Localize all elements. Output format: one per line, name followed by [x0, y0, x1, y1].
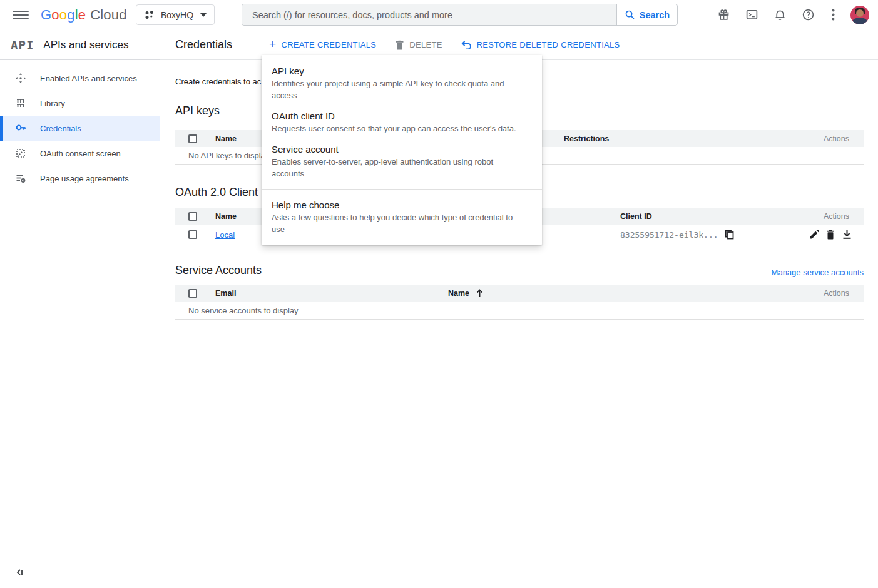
- column-header-email: Email: [215, 289, 448, 298]
- column-header-name[interactable]: Name: [448, 289, 824, 298]
- select-all-checkbox[interactable]: [188, 212, 197, 221]
- topbar-icons: [716, 0, 869, 29]
- sidebar-header: API APIs and services: [0, 30, 160, 60]
- column-header-actions: Actions: [824, 212, 864, 221]
- trash-icon: [395, 40, 404, 50]
- more-icon[interactable]: [829, 8, 837, 23]
- column-header-actions: Actions: [824, 134, 864, 143]
- sidebar-item-label: Credentials: [40, 124, 81, 133]
- logo-letter: g: [67, 7, 74, 23]
- edit-icon[interactable]: [809, 229, 820, 240]
- sidebar-item-credentials[interactable]: Credentials: [0, 116, 160, 141]
- create-credentials-label: CREATE CREDENTIALS: [281, 40, 376, 49]
- key-icon: [15, 123, 26, 134]
- client-id-value: 83255951712-eil3k...: [620, 230, 718, 240]
- menu-item-description: Identifies your project using a simple A…: [272, 78, 527, 101]
- delete-icon[interactable]: [825, 229, 836, 240]
- row-checkbox[interactable]: [188, 230, 197, 239]
- download-icon[interactable]: [841, 229, 852, 240]
- row-actions: [809, 229, 864, 240]
- project-name: BoxyHQ: [161, 10, 193, 20]
- sidebar-item-oauth-consent[interactable]: OAuth consent screen: [0, 141, 160, 166]
- api-product-icon: API: [11, 38, 34, 52]
- sidebar-title: APIs and services: [43, 39, 128, 51]
- menu-item-title: Help me choose: [272, 199, 527, 211]
- gift-icon[interactable]: [716, 8, 731, 23]
- menu-item-title: API key: [272, 65, 527, 78]
- column-header-client-id: Client ID: [620, 212, 824, 221]
- logo-cloud-text: Cloud: [90, 7, 126, 23]
- project-selector[interactable]: BoxyHQ: [136, 4, 215, 25]
- avatar[interactable]: [850, 6, 869, 24]
- restore-deleted-credentials-button[interactable]: RESTORE DELETED CREDENTIALS: [461, 40, 620, 49]
- sidebar-item-label: OAuth consent screen: [40, 149, 121, 158]
- menu-item-oauth-client-id[interactable]: OAuth client ID Requests user consent so…: [262, 106, 542, 139]
- sidebar: API APIs and services Enabled APIs and s…: [0, 30, 160, 588]
- consent-screen-icon: [15, 148, 26, 159]
- restore-label: RESTORE DELETED CREDENTIALS: [477, 40, 620, 49]
- menu-item-service-account[interactable]: Service account Enables server-to-server…: [262, 139, 542, 184]
- logo-letter: o: [59, 7, 67, 23]
- delete-button: DELETE: [395, 40, 442, 50]
- cloud-shell-icon[interactable]: [744, 8, 759, 23]
- client-name-link[interactable]: Local: [215, 230, 235, 240]
- sidebar-nav: Enabled APIs and services Library: [0, 60, 160, 191]
- menu-item-help-me-choose[interactable]: Help me choose Asks a few questions to h…: [262, 195, 542, 240]
- chevron-down-icon: [200, 13, 207, 17]
- search-button-label: Search: [640, 10, 670, 20]
- logo-letter: e: [78, 7, 86, 23]
- logo-letter: o: [51, 7, 59, 23]
- delete-label: DELETE: [409, 40, 442, 49]
- logo-letter: G: [41, 7, 51, 23]
- search-input[interactable]: [242, 4, 616, 25]
- menu-item-description: Enables server-to-server, app-level auth…: [272, 156, 527, 180]
- create-credentials-menu: API key Identifies your project using a …: [262, 55, 542, 245]
- create-credentials-button[interactable]: + CREATE CREDENTIALS: [269, 39, 376, 51]
- menu-item-description: Asks a few questions to help you decide …: [272, 211, 527, 235]
- project-icon: [144, 9, 155, 21]
- menu-item-title: OAuth client ID: [272, 110, 527, 123]
- enabled-apis-icon: [15, 73, 26, 84]
- agreements-icon: [15, 173, 26, 184]
- search-button[interactable]: Search: [616, 4, 677, 25]
- sidebar-item-page-usage[interactable]: Page usage agreements: [0, 166, 160, 191]
- page-title: Credentials: [175, 38, 232, 51]
- menu-item-title: Service account: [272, 143, 527, 156]
- service-accounts-empty-state: No service accounts to display: [175, 302, 864, 320]
- search-icon: [625, 9, 635, 20]
- manage-service-accounts-link[interactable]: Manage service accounts: [772, 268, 864, 277]
- sidebar-item-label: Enabled APIs and services: [40, 74, 137, 83]
- sort-asc-icon: [476, 289, 484, 298]
- menu-divider: [262, 189, 542, 190]
- sidebar-item-enabled-apis[interactable]: Enabled APIs and services: [0, 66, 160, 91]
- service-accounts-table-header: Email Name Actions: [175, 285, 864, 302]
- sidebar-item-label: Library: [40, 99, 65, 108]
- plus-icon: +: [269, 38, 276, 50]
- help-icon[interactable]: [800, 8, 815, 23]
- menu-item-description: Requests user consent so that your app c…: [272, 123, 527, 134]
- global-search: Search: [242, 4, 678, 26]
- service-accounts-heading: Service Accounts: [175, 264, 262, 277]
- collapse-sidebar-icon[interactable]: [15, 567, 26, 579]
- notifications-icon[interactable]: [772, 8, 787, 23]
- column-header-actions: Actions: [824, 289, 864, 298]
- column-header-restrictions: Restrictions: [564, 134, 824, 143]
- toolbar: + CREATE CREDENTIALS DELETE: [269, 39, 620, 51]
- menu-icon[interactable]: [13, 7, 29, 23]
- undo-icon: [461, 40, 472, 49]
- copy-icon[interactable]: [725, 230, 735, 240]
- sidebar-item-library[interactable]: Library: [0, 91, 160, 116]
- select-all-checkbox[interactable]: [188, 134, 197, 143]
- library-icon: [15, 98, 26, 109]
- select-all-checkbox[interactable]: [188, 289, 197, 298]
- service-accounts-table: Email Name Actions No service accounts t…: [175, 285, 864, 320]
- google-cloud-logo: Google Cloud: [41, 0, 127, 29]
- name-label: Name: [448, 289, 469, 298]
- sidebar-item-label: Page usage agreements: [40, 174, 129, 183]
- menu-item-api-key[interactable]: API key Identifies your project using a …: [262, 61, 542, 106]
- top-bar: Google Cloud BoxyHQ Search: [0, 0, 878, 29]
